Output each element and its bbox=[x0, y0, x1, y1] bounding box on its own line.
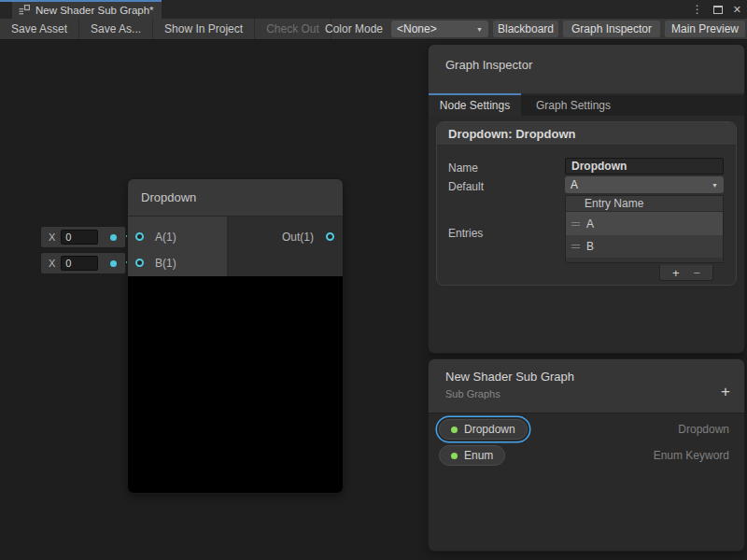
input-b-value-widget: X bbox=[41, 253, 125, 273]
entries-column-header: Entry Name bbox=[566, 196, 723, 212]
port-b-label: B(1) bbox=[155, 257, 176, 270]
section-title: Dropdown: Dropdown bbox=[437, 122, 736, 146]
color-mode-dropdown[interactable]: <None> ▼ bbox=[391, 21, 488, 37]
remove-entry-button[interactable]: − bbox=[694, 266, 701, 280]
graph-inspector-panel: Graph Inspector Node Settings Graph Sett… bbox=[429, 45, 744, 353]
node-title[interactable]: Dropdown bbox=[128, 179, 343, 217]
input-a-value-widget: X bbox=[41, 227, 125, 247]
entries-label: Entries bbox=[448, 227, 483, 240]
color-mode-label: Color Mode bbox=[325, 19, 383, 39]
inspector-title: Graph Inspector bbox=[429, 45, 744, 72]
exposed-dot-icon bbox=[451, 427, 458, 433]
widget-b-port-icon[interactable] bbox=[110, 260, 117, 267]
shader-graph-icon bbox=[19, 5, 30, 16]
node-preview bbox=[128, 276, 343, 493]
default-label: Default bbox=[448, 180, 484, 193]
chevron-down-icon: ▼ bbox=[476, 26, 483, 33]
enum-property-pill[interactable]: Enum bbox=[439, 445, 505, 466]
node-ports: A(1) B(1) Out(1) bbox=[128, 217, 343, 276]
property-name: Dropdown bbox=[464, 423, 515, 436]
entry-row-a[interactable]: A bbox=[566, 212, 723, 235]
blackboard-panel: New Shader Sub Graph Sub Graphs + Dropdo… bbox=[429, 359, 744, 551]
default-value: A bbox=[571, 178, 578, 191]
add-entry-button[interactable]: + bbox=[672, 266, 680, 280]
show-in-project-button[interactable]: Show In Project bbox=[153, 19, 255, 39]
entry-name: A bbox=[586, 217, 594, 231]
axis-x-label: X bbox=[49, 231, 55, 243]
tab-node-settings[interactable]: Node Settings bbox=[429, 95, 521, 116]
tab-graph-settings[interactable]: Graph Settings bbox=[521, 95, 626, 116]
entry-row-b[interactable]: B bbox=[566, 235, 723, 258]
input-b-value-field[interactable] bbox=[61, 256, 98, 271]
port-out-icon[interactable] bbox=[326, 232, 334, 241]
input-ports-section: A(1) B(1) bbox=[128, 217, 228, 276]
dropdown-property-pill[interactable]: Dropdown bbox=[439, 419, 528, 440]
node-settings-section: Dropdown: Dropdown Name Default A ▼ Entr… bbox=[436, 121, 737, 286]
window-controls: ⋮ ✕ bbox=[690, 0, 743, 19]
drag-handle-icon[interactable] bbox=[571, 220, 580, 228]
property-type-label: Dropdown bbox=[678, 423, 729, 436]
window-menu-icon[interactable]: ⋮ bbox=[690, 0, 705, 19]
blackboard-item-dropdown: Dropdown Dropdown bbox=[439, 419, 729, 440]
input-a-value-field[interactable] bbox=[61, 230, 98, 245]
maximize-icon[interactable] bbox=[713, 6, 723, 14]
document-tab[interactable]: New Shader Sub Graph* bbox=[12, 2, 162, 19]
dropdown-node[interactable]: Dropdown A(1) B(1) Out(1) bbox=[128, 179, 343, 493]
color-mode-value: <None> bbox=[397, 22, 437, 35]
entry-name: B bbox=[586, 240, 594, 253]
add-property-button[interactable]: + bbox=[721, 384, 730, 399]
port-out-label: Out(1) bbox=[282, 231, 314, 244]
toolbar-left-group: Save Asset Save As... Show In Project Ch… bbox=[0, 19, 331, 39]
name-label: Name bbox=[448, 161, 478, 175]
check-out-button: Check Out bbox=[255, 19, 331, 39]
title-bar: New Shader Sub Graph* ⋮ ✕ bbox=[0, 0, 747, 19]
entries-list-footer: + − bbox=[659, 265, 713, 281]
blackboard-item-enum: Enum Enum Keyword bbox=[439, 445, 729, 466]
default-dropdown[interactable]: A ▼ bbox=[565, 176, 724, 193]
name-field[interactable] bbox=[565, 158, 724, 175]
save-as-button[interactable]: Save As... bbox=[79, 19, 153, 39]
port-a-label: A(1) bbox=[155, 231, 176, 244]
blackboard-subtitle: Sub Graphs bbox=[429, 384, 744, 399]
main-preview-toggle-button[interactable]: Main Preview bbox=[665, 21, 745, 37]
exposed-dot-icon bbox=[451, 453, 458, 459]
property-type-label: Enum Keyword bbox=[654, 449, 729, 462]
save-asset-button[interactable]: Save Asset bbox=[0, 19, 79, 39]
port-a-icon[interactable] bbox=[135, 232, 144, 241]
close-icon[interactable]: ✕ bbox=[731, 4, 743, 16]
chevron-down-icon: ▼ bbox=[712, 182, 718, 189]
shader-graph-window: New Shader Sub Graph* ⋮ ✕ Save Asset Sav… bbox=[0, 0, 747, 560]
blackboard-header[interactable]: New Shader Sub Graph Sub Graphs + bbox=[429, 359, 744, 413]
graph-inspector-toggle-button[interactable]: Graph Inspector bbox=[563, 21, 660, 37]
widget-a-port-icon[interactable] bbox=[110, 234, 117, 241]
blackboard-title: New Shader Sub Graph bbox=[429, 359, 744, 384]
port-b-icon[interactable] bbox=[135, 259, 144, 267]
tab-title: New Shader Sub Graph* bbox=[35, 5, 154, 16]
inspector-tabs: Node Settings Graph Settings bbox=[429, 95, 744, 116]
entries-list: Entry Name A B bbox=[565, 195, 724, 263]
axis-x-label: X bbox=[49, 258, 55, 269]
graph-toolbar: Save Asset Save As... Show In Project Ch… bbox=[0, 19, 747, 40]
output-ports-section: Out(1) bbox=[228, 217, 343, 276]
blackboard-toggle-button[interactable]: Blackboard bbox=[493, 21, 558, 37]
inspector-header[interactable]: Graph Inspector bbox=[429, 45, 744, 93]
drag-handle-icon[interactable] bbox=[571, 243, 580, 250]
property-name: Enum bbox=[464, 449, 493, 462]
